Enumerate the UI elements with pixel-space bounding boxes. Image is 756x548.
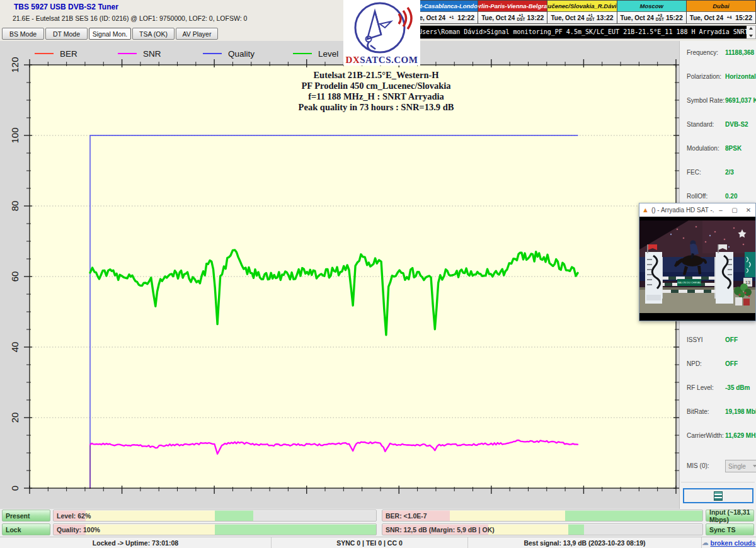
clock-time: 13:22 (597, 14, 614, 21)
ber-meter: BER: <1.0E-7 (382, 510, 703, 522)
quality-meter: Quality: 100% (53, 523, 377, 535)
svg-text:Eutelsat 21B-21.5°E_Western-H: Eutelsat 21B-21.5°E_Western-H (313, 70, 439, 80)
svg-text:20: 20 (9, 413, 20, 423)
tab-dt-mode[interactable]: DT Mode (45, 28, 88, 40)
param-bitrate: BitRate:19,198 Mbit/s (687, 408, 752, 418)
terminal-scrollbar[interactable] (747, 26, 755, 38)
clock-date: Tue, Oct 24 (621, 14, 654, 21)
input-badge: Input (~18,31 Mbps) (706, 510, 754, 522)
tab-tsa[interactable]: TSA (OK) (132, 28, 175, 40)
param-symbol-rate: Symbol Rate:9691,037 KS/s (687, 97, 752, 107)
param-rolloff: RollOff:0.20 (687, 193, 752, 203)
clock-city-label: Berlin-Paris-Vienna-Belgrade (478, 1, 547, 12)
clock-time: 15:22 (666, 14, 683, 21)
close-button[interactable]: ✕ (742, 207, 755, 214)
dxsatcs-logo: DXSATCS.COM (343, 0, 420, 66)
param-fec: FEC:2/3 (687, 169, 752, 179)
svg-text:PF Prodelin 450 cm_Lucenec/Slo: PF Prodelin 450 cm_Lucenec/Slovakia (301, 81, 451, 91)
clock-time: 13:22 (527, 14, 544, 21)
param-carrier-width: CarrierWidth:11,629 MHz (687, 432, 752, 442)
svg-text:BER: BER (60, 49, 77, 59)
tab-av-player[interactable]: AV Player (176, 28, 218, 40)
mis-dropdown[interactable]: Single (725, 460, 756, 472)
svg-text:Peak quality in 73 hours : SNR: Peak quality in 73 hours : SNR=13.9 dB (299, 102, 454, 112)
sync-ts-badge: Sync TS (706, 523, 754, 535)
svg-text:SNR: SNR (143, 49, 161, 59)
weather-link[interactable]: broken clouds (711, 539, 756, 547)
service-list-icon (714, 491, 723, 501)
param-frequency: Frequency:11188,368 MHz (687, 49, 752, 59)
vlc-titlebar[interactable]: ▲ () - Arryadia HD SAT -... – ▢ ✕ (639, 203, 755, 217)
logo-wordmark: DXSATCS.COM (343, 55, 420, 66)
clock-berlin: Berlin-Paris-Vienna-Belgrade Tue, Oct 24… (478, 1, 547, 23)
cloud-icon: ☁ (702, 539, 709, 546)
status-best-signal: Best signal: 13,9 dB (2023-10-23 08:19) (467, 537, 701, 548)
world-clocks: Rabat-Casablanca-London Tue, Oct 24 +1 1… (408, 0, 756, 24)
vlc-cone-icon: ▲ (642, 207, 649, 214)
minimize-button[interactable]: – (714, 207, 728, 214)
param-modulation: Modulation:8PSK (687, 145, 752, 155)
transponder-info: 21.6E - Eutelsat 21B SES 16 (ID: 0216) @… (13, 14, 247, 22)
signal-chart-canvas: 020406080100120BERSNRQualityLevelEutelsa… (0, 41, 679, 509)
scroll-up-icon[interactable] (749, 27, 753, 30)
maximize-button[interactable]: ▢ (728, 207, 742, 214)
param-npd: NPD:OFF (687, 360, 752, 370)
param-mis: MIS (0): Single (687, 462, 752, 472)
svg-text:80: 80 (9, 201, 20, 212)
status-bar: Locked -> Uptime: 73:01:08 SYNC 0 | TEI … (0, 537, 756, 548)
clock-city-label: Lučenec/Slovakia_R.Dávid (547, 1, 616, 12)
jump-sign-text: SALON DU CHEVAL (677, 281, 701, 284)
clock-date: Tue, Oct 24 (690, 14, 723, 21)
command-prompt[interactable]: :\Users\Roman Dávid>Signal monitoring_PF… (408, 25, 756, 39)
clock-time: 15:22 (735, 14, 752, 21)
snr-meter: SNR: 12,5 dB (Margin: 5,9 dB | OK) (382, 523, 703, 535)
param-rf-level: RF Level:-35 dBm (687, 384, 752, 394)
svg-text:0: 0 (9, 486, 20, 491)
status-weather: ☁ broken clouds (701, 537, 756, 548)
svg-text:Quality: Quality (228, 49, 255, 59)
satellite-dish-icon (343, 0, 420, 54)
clock-moscow: Moscow Tue, Oct 24 +3DST 15:22 (617, 1, 686, 23)
clock-lucenec: Lučenec/Slovakia_R.Dávid Tue, Oct 24 +1D… (547, 1, 616, 23)
service-list-button[interactable] (683, 488, 753, 503)
clock-date: Tue, Oct 24 (481, 14, 515, 21)
svg-text:40: 40 (9, 342, 20, 353)
chevron-down-icon (753, 465, 756, 467)
tab-bs-mode[interactable]: BS Mode (2, 28, 44, 40)
clock-city-label: Moscow (617, 1, 686, 12)
clock-date: Tue, Oct 24 (551, 14, 584, 21)
sidebar-divider (681, 482, 755, 482)
clock-time: 12:22 (457, 14, 474, 21)
rider-number-text: 13 (745, 280, 750, 285)
tbs-tuner-window: TBS 5927 USB DVB-S2 Tuner 21.6E - Eutels… (0, 0, 756, 548)
tab-signal-mon[interactable]: Signal Mon. (89, 28, 131, 40)
scroll-down-icon[interactable] (749, 35, 753, 37)
vlc-window-title: () - Arryadia HD SAT -... (651, 207, 714, 214)
svg-text:60: 60 (9, 271, 20, 282)
svg-text:f=11 188 MHz_H : SNRT Arryadia: f=11 188 MHz_H : SNRT Arryadia (308, 91, 444, 101)
status-uptime: Locked -> Uptime: 73:01:08 (0, 537, 271, 548)
param-standard: Standard:DVB-S2 (687, 121, 752, 131)
level-meter: Level: 62% (53, 510, 377, 522)
clock-dubai: Dubai Tue, Oct 24 +4 15:22 (686, 1, 755, 23)
svg-text:120: 120 (9, 57, 20, 72)
app-title: TBS 5927 USB DVB-S2 Tuner (14, 3, 118, 11)
param-issyi: ISSYIOFF (687, 336, 752, 346)
svg-text:100: 100 (9, 127, 20, 143)
vlc-window: ▲ () - Arryadia HD SAT -... – ▢ ✕ (639, 203, 756, 321)
signal-meters: Present Level: 62% Lock Quality: 100% BE… (0, 509, 756, 537)
clock-city-label: Dubai (687, 1, 755, 12)
status-counters: SYNC 0 | TEI 0 | CC 0 (271, 537, 467, 548)
present-badge: Present (2, 510, 50, 522)
svg-text:Level: Level (318, 49, 338, 59)
command-prompt-text[interactable]: :\Users\Roman Dávid>Signal monitoring_PF… (409, 26, 747, 38)
lock-badge: Lock (2, 523, 50, 535)
param-polarization: Polarization:Horizontal (687, 73, 752, 83)
vlc-video-frame: SALON DU CHEVAL 13 (639, 217, 755, 321)
signal-monitor-chart: 020406080100120BERSNRQualityLevelEutelsa… (0, 41, 679, 509)
